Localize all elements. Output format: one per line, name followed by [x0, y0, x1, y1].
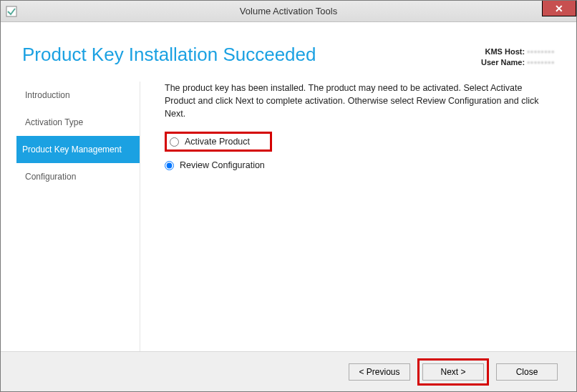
- window-title: Volume Activation Tools: [240, 6, 337, 16]
- user-name-value: ••••••••: [527, 58, 555, 67]
- wizard-footer: < Previous Next > Close: [1, 351, 576, 391]
- radio-activate-product[interactable]: Activate Product: [170, 137, 250, 147]
- kms-host-label: KMS Host:: [485, 47, 525, 56]
- radio-activate-product-label: Activate Product: [185, 137, 250, 147]
- radio-activate-product-input[interactable]: [170, 137, 179, 147]
- radio-review-configuration-input[interactable]: [165, 161, 174, 170]
- main-panel: The product key has been installed. The …: [140, 82, 555, 351]
- sidebar-item-label: Introduction: [25, 90, 70, 100]
- header-area: Product Key Installation Succeeded KMS H…: [1, 22, 576, 82]
- previous-button[interactable]: < Previous: [349, 363, 410, 381]
- host-info: KMS Host: •••••••• User Name: ••••••••: [481, 44, 555, 69]
- sidebar-item-label: Configuration: [25, 172, 76, 182]
- close-icon: ✕: [555, 3, 563, 14]
- instructions-text: The product key has been installed. The …: [165, 82, 555, 120]
- radio-review-configuration-label: Review Configuration: [180, 160, 265, 170]
- close-button[interactable]: Close: [496, 363, 558, 381]
- highlight-next-button: Next >: [417, 358, 489, 386]
- sidebar-item-label: Activation Type: [25, 117, 83, 127]
- titlebar: Volume Activation Tools ✕: [1, 1, 576, 22]
- sidebar-item-configuration[interactable]: Configuration: [22, 163, 140, 190]
- close-window-button[interactable]: ✕: [542, 1, 576, 16]
- wizard-body: Product Key Installation Succeeded KMS H…: [1, 22, 576, 391]
- app-icon: [5, 5, 18, 18]
- kms-host-value: ••••••••: [527, 47, 555, 56]
- sidebar-item-product-key-management[interactable]: Product Key Management: [16, 136, 140, 163]
- sidebar-item-activation-type[interactable]: Activation Type: [22, 109, 140, 136]
- wizard-sidebar: Introduction Activation Type Product Key…: [22, 82, 140, 351]
- sidebar-item-introduction[interactable]: Introduction: [22, 82, 140, 109]
- next-button[interactable]: Next >: [422, 363, 484, 381]
- content-row: Introduction Activation Type Product Key…: [1, 82, 576, 351]
- window-frame: Volume Activation Tools ✕ Product Key In…: [0, 0, 577, 392]
- highlight-activate-product: Activate Product: [165, 132, 272, 152]
- sidebar-item-label: Product Key Management: [22, 144, 122, 155]
- radio-review-configuration[interactable]: Review Configuration: [165, 160, 555, 170]
- user-name-label: User Name:: [481, 58, 525, 67]
- page-title: Product Key Installation Succeeded: [22, 44, 481, 66]
